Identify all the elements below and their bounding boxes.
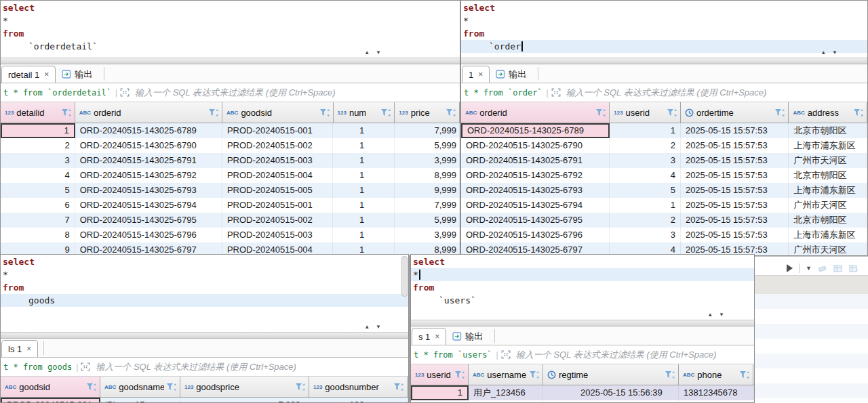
expand-filter-icon[interactable]: [501, 350, 511, 359]
cell-goodsid[interactable]: PROD-20240515-003: [222, 228, 333, 242]
filter-funnel-icon[interactable]: [320, 108, 330, 117]
collapse-up-icon[interactable]: ▲: [364, 323, 370, 331]
cell-goodsid[interactable]: PROD-20240515-001: [222, 198, 333, 213]
cell-orderid[interactable]: ORD-20240515-143025-6791: [461, 153, 610, 168]
column-header-goodsname[interactable]: ABCgoodsname: [100, 377, 180, 397]
column-header-goodsid[interactable]: ABCgoodsid: [1, 377, 100, 397]
column-header-phone[interactable]: ABCphone: [679, 364, 753, 385]
tab-s 1[interactable]: s 1×: [412, 328, 446, 345]
cell-userid[interactable]: 1: [411, 385, 469, 400]
cell-ordertime[interactable]: 2025-05-15 15:57:53: [681, 213, 789, 228]
cell-orderid[interactable]: ORD-20240515-143025-6790: [461, 138, 610, 153]
cell-detailid[interactable]: 6: [1, 198, 75, 213]
cell-detailid[interactable]: 2: [1, 138, 75, 153]
column-header-address[interactable]: ABCaddress: [789, 102, 867, 123]
tab-1[interactable]: 1×: [462, 66, 490, 83]
cell-address[interactable]: 北京市朝阳区: [789, 213, 867, 228]
table-edit-icon[interactable]: [849, 264, 859, 273]
cell-address[interactable]: 广州市天河区: [789, 198, 867, 213]
column-header-price[interactable]: 123price: [395, 102, 460, 123]
cell-orderid[interactable]: ORD-20240515-143025-6795: [461, 213, 610, 228]
filter-input[interactable]: 输入一个 SQL 表达式来过滤结果 (使用 Ctrl+Space): [516, 349, 717, 361]
cell-userid[interactable]: 2: [411, 400, 469, 403]
filter-funnel-icon[interactable]: [667, 108, 677, 117]
filter-funnel-icon[interactable]: [665, 370, 675, 379]
cell-orderid[interactable]: ORD-20240515-143025-6793: [75, 183, 222, 198]
cell-userid[interactable]: 2: [610, 138, 681, 153]
cell-price[interactable]: 7,999: [395, 123, 460, 138]
play-icon[interactable]: [787, 264, 793, 272]
cell-goodsid[interactable]: PROD-20240515-004: [222, 168, 333, 183]
scrollbar-thumb[interactable]: [401, 256, 408, 297]
cell-num[interactable]: 1: [333, 183, 395, 198]
column-header-userid[interactable]: 123userid: [411, 364, 469, 385]
filter-funnel-icon[interactable]: [296, 383, 306, 391]
sql-editor[interactable]: select*fromgoods: [1, 255, 408, 332]
filter-funnel-icon[interactable]: [87, 383, 97, 391]
cell-userid[interactable]: 3: [610, 228, 681, 242]
column-header-regtime[interactable]: regtime: [543, 364, 679, 385]
cell-address[interactable]: 北京市朝阳区: [789, 123, 867, 138]
cell-num[interactable]: 1: [333, 228, 395, 242]
expand-filter-icon[interactable]: [551, 88, 561, 97]
cell-num[interactable]: 1: [333, 168, 395, 183]
table-icon[interactable]: [833, 264, 843, 273]
cell-goodsprice[interactable]: 7,999: [180, 398, 309, 403]
collapse-down-icon[interactable]: ▼: [719, 311, 724, 319]
sql-editor[interactable]: select*from`order: [461, 1, 867, 58]
close-icon[interactable]: ×: [44, 70, 49, 79]
cell-regtime[interactable]: 2025-05-15 15:56:39: [543, 385, 679, 400]
cell-price[interactable]: 7,999: [395, 198, 460, 213]
cell-userid[interactable]: 4: [610, 168, 681, 183]
cell-regtime[interactable]: 2025-05-15 15:56:39: [543, 400, 679, 403]
column-header-userid[interactable]: 123userid: [610, 102, 681, 123]
cell-ordertime[interactable]: 2025-05-15 15:57:53: [681, 198, 789, 213]
cell-username[interactable]: 用户_123456: [469, 385, 543, 400]
cell-address[interactable]: 上海市浦东新区: [789, 183, 867, 198]
cell-address[interactable]: 北京市朝阳区: [789, 168, 867, 183]
editor-result-divider[interactable]: [411, 320, 754, 326]
cell-goodsid[interactable]: PROD-20240515-001: [222, 123, 333, 138]
cell-goodsid[interactable]: PROD-20240515-005: [222, 183, 333, 198]
collapse-down-icon[interactable]: ▼: [376, 323, 381, 331]
collapse-down-icon[interactable]: ▼: [832, 49, 837, 57]
cell-orderid[interactable]: ORD-20240515-143025-6793: [461, 183, 610, 198]
filter-input[interactable]: 输入一个 SQL 表达式来过滤结果 (使用 Ctrl+Space): [566, 87, 767, 99]
cell-num[interactable]: 1: [333, 153, 395, 168]
tab-输出[interactable]: 输出: [490, 66, 532, 83]
cell-username[interactable]: 用户_234567: [469, 400, 543, 403]
cell-address[interactable]: 广州市天河区: [789, 242, 867, 256]
cell-price[interactable]: 5,999: [395, 213, 460, 228]
eraser-icon[interactable]: [818, 264, 827, 273]
filter-funnel-icon[interactable]: [596, 108, 606, 117]
filter-funnel-icon[interactable]: [775, 108, 785, 117]
cell-ordertime[interactable]: 2025-05-15 15:57:53: [681, 123, 789, 138]
cell-userid[interactable]: 1: [610, 123, 681, 138]
cell-goodsid[interactable]: PROD-20240515-003: [222, 153, 333, 168]
cell-userid[interactable]: 5: [610, 183, 681, 198]
cell-num[interactable]: 1: [333, 198, 395, 213]
cell-orderid[interactable]: ORD-20240515-143025-6790: [75, 138, 222, 153]
tab-输出[interactable]: 输出: [56, 66, 98, 83]
filter-funnel-icon[interactable]: [209, 108, 219, 117]
close-icon[interactable]: ×: [26, 344, 31, 354]
cell-goodsid[interactable]: PROD-20240515-001: [1, 398, 100, 403]
cell-detailid[interactable]: 4: [1, 168, 75, 183]
cell-orderid[interactable]: ORD-20240515-143025-6789: [461, 123, 610, 138]
cell-orderid[interactable]: ORD-20240515-143025-6794: [461, 198, 610, 213]
horizontal-scrollbar[interactable]: [755, 275, 868, 295]
filter-funnel-icon[interactable]: [167, 383, 177, 391]
chevron-down-icon[interactable]: ▼: [806, 265, 812, 272]
cell-userid[interactable]: 2: [610, 213, 681, 228]
editor-result-divider[interactable]: [1, 58, 460, 64]
cell-orderid[interactable]: ORD-20240515-143025-6796: [461, 228, 610, 242]
cell-price[interactable]: 9,999: [395, 183, 460, 198]
column-header-detailid[interactable]: 123detailid: [1, 102, 75, 123]
filter-funnel-icon[interactable]: [62, 108, 72, 117]
column-header-num[interactable]: 123num: [334, 102, 395, 123]
column-header-goodsid[interactable]: ABCgoodsid: [222, 102, 334, 123]
cell-num[interactable]: 1: [333, 138, 395, 153]
close-icon[interactable]: ×: [435, 332, 439, 341]
cell-price[interactable]: 8,999: [395, 168, 460, 183]
editor-result-divider[interactable]: [1, 332, 408, 339]
